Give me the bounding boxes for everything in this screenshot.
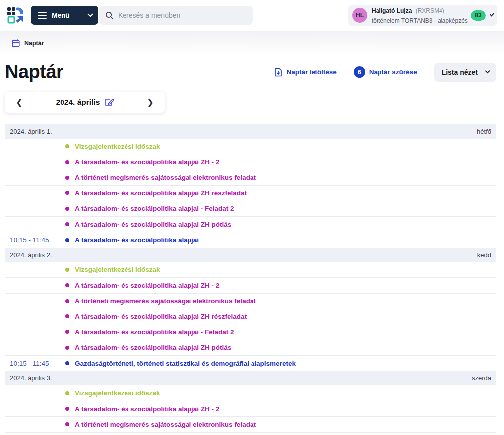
event-color-dot-icon bbox=[65, 330, 69, 334]
event-color-dot-icon bbox=[65, 314, 69, 318]
title-row: Naptár Naptár letöltése 6 Naptár szűrése… bbox=[0, 55, 504, 92]
event-color-dot-icon bbox=[65, 222, 69, 226]
edit-pencil-icon bbox=[105, 98, 114, 107]
user-program: történelem TORTANB3 - alapképzés (BA/... bbox=[372, 17, 468, 24]
calendar-event-row[interactable]: A társadalom- és szociálpolitika alapjai… bbox=[5, 278, 496, 293]
event-color-dot-icon bbox=[65, 238, 69, 242]
avatar: HL bbox=[352, 8, 367, 23]
event-color-dot-icon bbox=[65, 144, 69, 148]
download-calendar-button[interactable]: Naptár letöltése bbox=[274, 68, 337, 77]
calendar-event-row[interactable]: A történeti megismerés sajátosságai elek… bbox=[5, 294, 496, 309]
search-input[interactable] bbox=[118, 11, 247, 19]
calendar-event-row[interactable]: A társadalom- és szociálpolitika alapjai… bbox=[5, 201, 496, 217]
calendar-event-row[interactable]: A társadalom- és szociálpolitika alapjai… bbox=[5, 324, 496, 340]
event-title[interactable]: Vizsgajelentkezési időszak bbox=[75, 266, 160, 273]
event-title[interactable]: A történeti megismerés sajátosságai elek… bbox=[75, 174, 256, 181]
day-date-label: 2024. április 3. bbox=[10, 374, 52, 382]
calendar-event-row[interactable]: A történeti megismerés sajátosságai elek… bbox=[5, 170, 496, 186]
event-title[interactable]: Gazdaságtörténeti, történeti statisztika… bbox=[75, 360, 296, 367]
user-code: (RXRSM4) bbox=[416, 7, 444, 14]
event-title[interactable]: A társadalom- és szociálpolitika alapjai bbox=[75, 236, 199, 244]
user-name: Hallgató Lujza bbox=[372, 7, 412, 14]
event-color-dot-icon bbox=[65, 391, 69, 395]
event-title[interactable]: A társadalom- és szociálpolitika alapjai… bbox=[75, 344, 231, 351]
filter-calendar-button[interactable]: 6 Naptár szűrése bbox=[354, 66, 417, 78]
neptun-logo-icon bbox=[7, 6, 25, 25]
event-color-dot-icon bbox=[65, 268, 69, 272]
chevron-down-icon bbox=[485, 68, 490, 73]
top-header-bar: Menü HL Hallgató Lujza (RXRSM4) történel… bbox=[0, 0, 504, 31]
view-mode-label: Lista nézet bbox=[442, 68, 478, 76]
day-date-label: 2024. április 2. bbox=[10, 251, 52, 259]
chevron-down-icon bbox=[490, 12, 494, 16]
calendar-event-row[interactable]: Vizsgajelentkezési időszak bbox=[5, 139, 496, 154]
event-title[interactable]: Vizsgajelentkezési időszak bbox=[75, 143, 160, 150]
day-date-label: 2024. április 1. bbox=[10, 128, 52, 135]
event-title[interactable]: Vizsgajelentkezési időszak bbox=[75, 389, 160, 397]
day-header: 2024. április 1. hétfő bbox=[5, 124, 496, 139]
calendar-event-row[interactable]: Vizsgajelentkezési időszak bbox=[5, 262, 496, 278]
menu-button-label: Menü bbox=[52, 11, 87, 19]
hamburger-icon bbox=[38, 10, 47, 21]
event-title[interactable]: A társadalom- és szociálpolitika alapjai… bbox=[75, 282, 219, 289]
menu-button[interactable]: Menü bbox=[31, 6, 98, 25]
edit-date-button[interactable] bbox=[105, 98, 114, 107]
event-title[interactable]: A társadalom- és szociálpolitika alapjai… bbox=[75, 158, 219, 166]
calendar-event-row[interactable]: Vizsgajelentkezési időszak bbox=[5, 385, 496, 401]
calendar-event-row[interactable]: A történeti megismerés sajátosságai elek… bbox=[5, 417, 496, 432]
event-color-dot-icon bbox=[65, 283, 69, 287]
event-title[interactable]: A társadalom- és szociálpolitika alapjai… bbox=[75, 405, 219, 413]
filter-calendar-label: Naptár szűrése bbox=[369, 68, 417, 76]
event-title[interactable]: A történeti megismerés sajátosságai elek… bbox=[75, 421, 256, 428]
day-weekday-label: kedd bbox=[477, 251, 491, 259]
calendar-event-row[interactable]: A társadalom- és szociálpolitika alapjai… bbox=[5, 309, 496, 324]
menu-search[interactable] bbox=[99, 6, 253, 25]
event-color-dot-icon bbox=[65, 407, 69, 411]
download-calendar-label: Naptár letöltése bbox=[287, 68, 337, 76]
breadcrumb[interactable]: Naptár bbox=[12, 39, 44, 47]
month-navigator: ❮ 2024. április ❯ bbox=[5, 92, 165, 113]
breadcrumb-band: Naptár bbox=[0, 31, 504, 55]
event-color-dot-icon bbox=[65, 361, 69, 365]
current-month-label: 2024. április bbox=[56, 98, 100, 107]
event-time: 10:15 - 11:45 bbox=[10, 360, 65, 367]
day-weekday-label: szerda bbox=[472, 374, 491, 382]
event-title[interactable]: A történeti megismerés sajátosságai elek… bbox=[75, 297, 256, 305]
event-color-dot-icon bbox=[65, 422, 69, 426]
previous-month-button[interactable]: ❮ bbox=[16, 98, 23, 107]
chevron-down-icon bbox=[87, 11, 93, 17]
notification-count-badge: 83 bbox=[471, 10, 486, 21]
user-menu[interactable]: HL Hallgató Lujza (RXRSM4) történelem TO… bbox=[348, 5, 497, 26]
event-color-dot-icon bbox=[65, 176, 69, 180]
day-header: 2024. április 3. szerda bbox=[5, 371, 496, 385]
event-title[interactable]: A társadalom- és szociálpolitika alapjai… bbox=[75, 221, 231, 228]
event-color-dot-icon bbox=[65, 160, 69, 164]
calendar-event-row[interactable]: 10:15 - 11:45 A társadalom- és szociálpo… bbox=[5, 232, 496, 248]
calendar-list: 2024. április 1. hétfő Vizsgajelentkezés… bbox=[5, 124, 496, 433]
breadcrumb-label: Naptár bbox=[24, 40, 44, 47]
search-icon bbox=[105, 11, 114, 20]
event-title[interactable]: A társadalom- és szociálpolitika alapjai… bbox=[75, 189, 247, 197]
event-color-dot-icon bbox=[65, 191, 69, 195]
calendar-icon bbox=[12, 39, 20, 47]
day-weekday-label: hétfő bbox=[477, 128, 491, 135]
view-mode-dropdown[interactable]: Lista nézet bbox=[434, 63, 496, 82]
calendar-event-row[interactable]: A társadalom- és szociálpolitika alapjai… bbox=[5, 186, 496, 201]
event-title[interactable]: A társadalom- és szociálpolitika alapjai… bbox=[75, 328, 234, 336]
day-header: 2024. április 2. kedd bbox=[5, 248, 496, 262]
calendar-event-row[interactable]: A társadalom- és szociálpolitika alapjai… bbox=[5, 217, 496, 232]
event-color-dot-icon bbox=[65, 207, 69, 211]
calendar-event-row[interactable]: 10:15 - 11:45 Gazdaságtörténeti, történe… bbox=[5, 356, 496, 371]
next-month-button[interactable]: ❯ bbox=[147, 98, 154, 107]
calendar-event-row[interactable]: A társadalom- és szociálpolitika alapjai… bbox=[5, 154, 496, 170]
calendar-event-row[interactable]: A társadalom- és szociálpolitika alapjai… bbox=[5, 401, 496, 417]
event-title[interactable]: A társadalom- és szociálpolitika alapjai… bbox=[75, 205, 234, 212]
page-actions: Naptár letöltése 6 Naptár szűrése Lista … bbox=[274, 63, 496, 82]
filter-count-badge: 6 bbox=[354, 66, 365, 78]
event-time: 10:15 - 11:45 bbox=[10, 236, 65, 244]
event-color-dot-icon bbox=[65, 299, 69, 303]
event-title[interactable]: A társadalom- és szociálpolitika alapjai… bbox=[75, 313, 247, 320]
calendar-event-row[interactable]: A társadalom- és szociálpolitika alapjai… bbox=[5, 340, 496, 356]
page-title: Naptár bbox=[5, 62, 63, 83]
event-color-dot-icon bbox=[65, 346, 69, 350]
